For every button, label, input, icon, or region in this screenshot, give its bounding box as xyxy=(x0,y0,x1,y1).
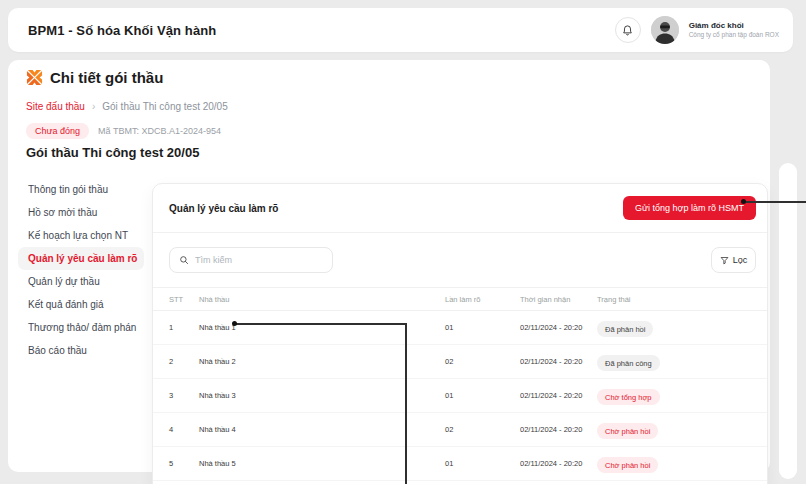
flow-connector-line xyxy=(745,201,806,203)
table-row[interactable]: 4 Nhà thầu 4 02 02/11/2024 - 20:20 Chờ p… xyxy=(153,413,767,447)
sidebar-item[interactable]: Thông tin gói thầu xyxy=(18,178,144,201)
row-status-badge: Chờ tổng hợp xyxy=(597,389,660,405)
header-right-group: Giám đốc khối Công ty cổ phần tập đoàn R… xyxy=(615,16,779,44)
page-title: Chi tiết gói thầu xyxy=(50,69,163,86)
flow-connector-dot xyxy=(232,321,237,326)
sidebar-item[interactable]: Quản lý dự thầu xyxy=(18,270,144,293)
panel-title: Quản lý yêu cầu làm rõ xyxy=(169,203,278,214)
tbmt-code: Mã TBMT: XDCB.A1-2024-954 xyxy=(98,126,221,136)
flow-connector-line xyxy=(236,323,406,325)
status-row: Chưa đóng Mã TBMT: XDCB.A1-2024-954 xyxy=(26,123,221,139)
status-badge: Chưa đóng xyxy=(26,123,89,139)
column-header: Trạng thái xyxy=(597,295,751,304)
row-status-badge: Chờ phản hồi xyxy=(597,457,658,473)
table-body: 1 Nhà thầu 1 01 02/11/2024 - 20:20 Đã ph… xyxy=(153,311,767,481)
column-header: STT xyxy=(169,295,199,304)
cell-stt: 5 xyxy=(169,459,199,468)
filter-label: Lọc xyxy=(733,255,748,265)
sidebar-item[interactable]: Hồ sơ mời thầu xyxy=(18,201,144,224)
user-company: Công ty cổ phần tập đoàn ROX xyxy=(689,31,779,39)
search-input[interactable] xyxy=(195,255,323,265)
cell-stt: 1 xyxy=(169,323,199,332)
user-avatar[interactable] xyxy=(651,16,679,44)
sidebar-nav: Thông tin gói thầuHồ sơ mời thầuKế hoạch… xyxy=(18,178,144,362)
clarification-panel: Quản lý yêu cầu làm rõ Gửi tổng hợp làm … xyxy=(152,183,768,484)
chevron-right-icon: › xyxy=(92,101,95,112)
cell-received-time: 02/11/2024 - 20:20 xyxy=(520,459,597,468)
user-name: Giám đốc khối xyxy=(689,21,779,31)
filter-button[interactable]: Lọc xyxy=(711,247,756,273)
flow-connector-dot xyxy=(741,199,746,204)
package-heading: Gói thầu Thi công test 20/05 xyxy=(26,145,199,160)
search-box[interactable] xyxy=(169,247,333,273)
page-title-row: Chi tiết gói thầu xyxy=(26,69,163,86)
sidebar-item[interactable]: Quản lý yêu cầu làm rõ xyxy=(18,247,144,270)
breadcrumb-root-link[interactable]: Site đấu thầu xyxy=(26,101,85,112)
app-title: BPM1 - Số hóa Khối Vận hành xyxy=(28,23,216,38)
column-header: Lần làm rõ xyxy=(445,295,520,304)
cell-received-time: 02/11/2024 - 20:20 xyxy=(520,323,597,332)
rox-x-logo-icon xyxy=(26,69,43,86)
bell-icon xyxy=(621,24,634,37)
table-row[interactable]: 1 Nhà thầu 1 01 02/11/2024 - 20:20 Đã ph… xyxy=(153,311,767,345)
table-header-row: STTNhà thầuLần làm rõThời gian nhậnTrạng… xyxy=(153,287,767,311)
sidebar-item[interactable]: Kế hoạch lựa chọn NT xyxy=(18,224,144,247)
column-header: Nhà thầu xyxy=(199,295,445,304)
sidebar-item[interactable]: Thương thảo/ đàm phán xyxy=(18,316,144,339)
adjacent-frame-edge xyxy=(779,163,797,479)
sidebar-item[interactable]: Báo cáo thầu xyxy=(18,339,144,362)
cell-round: 01 xyxy=(445,459,520,468)
send-summary-button[interactable]: Gửi tổng hợp làm rõ HSMT xyxy=(623,196,756,220)
cell-stt: 2 xyxy=(169,357,199,366)
cell-stt: 3 xyxy=(169,391,199,400)
table-row[interactable]: 2 Nhà thầu 2 02 02/11/2024 - 20:20 Đã ph… xyxy=(153,345,767,379)
cell-contractor: Nhà thầu 5 xyxy=(199,459,445,468)
search-icon xyxy=(179,255,189,265)
panel-toolbar: Lọc xyxy=(153,233,767,287)
cell-round: 02 xyxy=(445,357,520,366)
row-status-badge: Chờ phản hồi xyxy=(597,423,658,439)
column-header: Thời gian nhận xyxy=(520,295,597,304)
row-status-badge: Đã phản hồi xyxy=(597,321,653,337)
cell-round: 01 xyxy=(445,323,520,332)
row-status-badge: Đã phân công xyxy=(597,355,660,371)
cell-contractor: Nhà thầu 3 xyxy=(199,391,445,400)
top-header-bar: BPM1 - Số hóa Khối Vận hành Giám đốc khố… xyxy=(8,8,793,52)
sidebar-item[interactable]: Kết quả đánh giá xyxy=(18,293,144,316)
cell-round: 01 xyxy=(445,391,520,400)
cell-stt: 4 xyxy=(169,425,199,434)
panel-header: Quản lý yêu cầu làm rõ Gửi tổng hợp làm … xyxy=(153,184,767,233)
notifications-button[interactable] xyxy=(615,17,641,43)
cell-round: 02 xyxy=(445,425,520,434)
cell-contractor: Nhà thầu 2 xyxy=(199,357,445,366)
cell-contractor: Nhà thầu 4 xyxy=(199,425,445,434)
funnel-icon xyxy=(720,256,729,265)
user-info[interactable]: Giám đốc khối Công ty cổ phần tập đoàn R… xyxy=(689,21,779,39)
breadcrumb: Site đấu thầu › Gói thầu Thi công test 2… xyxy=(26,101,228,112)
cell-received-time: 02/11/2024 - 20:20 xyxy=(520,425,597,434)
breadcrumb-current: Gói thầu Thi công test 20/05 xyxy=(102,101,227,112)
cell-received-time: 02/11/2024 - 20:20 xyxy=(520,391,597,400)
table-row[interactable]: 3 Nhà thầu 3 01 02/11/2024 - 20:20 Chờ t… xyxy=(153,379,767,413)
flow-connector-line xyxy=(405,323,407,484)
table-row[interactable]: 5 Nhà thầu 5 01 02/11/2024 - 20:20 Chờ p… xyxy=(153,447,767,481)
cell-received-time: 02/11/2024 - 20:20 xyxy=(520,357,597,366)
